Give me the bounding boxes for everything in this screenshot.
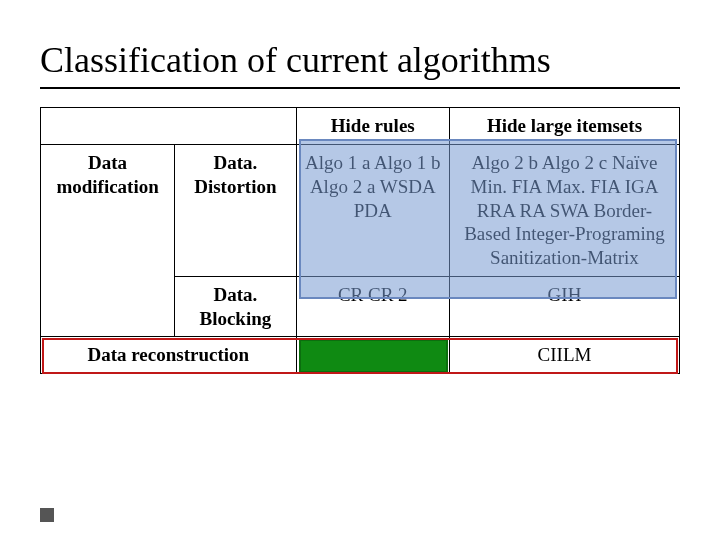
cell-blocking-rules: CR CR 2 [296, 276, 449, 337]
row-data-reconstruction: Data reconstruction [41, 337, 297, 374]
row-data-distortion: Data. Distortion [175, 145, 296, 277]
row-data-blocking: Data. Blocking [175, 276, 296, 337]
slide: Classification of current algorithms Hid… [0, 0, 720, 540]
algorithms-table: Hide rules Hide large itemsets Data modi… [40, 107, 680, 374]
table-row: Data reconstruction CIILM [41, 337, 680, 374]
header-empty [41, 108, 297, 145]
header-hide-large: Hide large itemsets [449, 108, 679, 145]
slide-title: Classification of current algorithms [40, 40, 680, 81]
footer-marker [40, 508, 54, 522]
cell-distortion-large: Algo 2 b Algo 2 c Naïve Min. FIA Max. FI… [449, 145, 679, 277]
table-row: Data modification Data. Distortion Algo … [41, 145, 680, 277]
cell-reconstruction-rules [296, 337, 449, 374]
table-wrapper: Hide rules Hide large itemsets Data modi… [40, 107, 680, 374]
title-underline [40, 87, 680, 89]
cell-distortion-rules: Algo 1 a Algo 1 b Algo 2 a WSDA PDA [296, 145, 449, 277]
cell-reconstruction-large: CIILM [449, 337, 679, 374]
row-data-modification: Data modification [41, 145, 175, 337]
header-hide-rules: Hide rules [296, 108, 449, 145]
cell-blocking-large: GIH [449, 276, 679, 337]
table-header-row: Hide rules Hide large itemsets [41, 108, 680, 145]
